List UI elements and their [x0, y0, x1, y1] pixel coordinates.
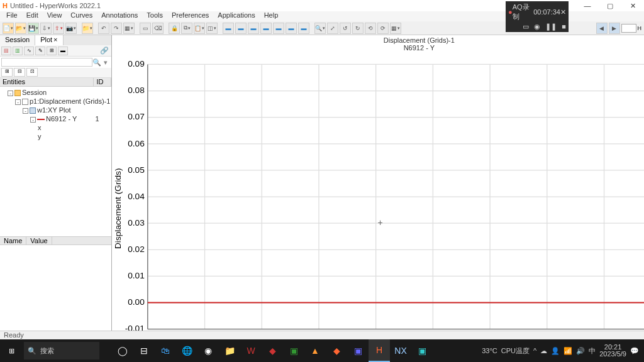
session-tree[interactable]: -Session -p1:Displacement (Grids)-1 -w1:… [0, 87, 111, 236]
prop-value[interactable]: Value [26, 237, 52, 244]
bt-add-plot-icon[interactable]: ▥ [13, 47, 23, 55]
menu-file[interactable]: File [3, 11, 21, 21]
plot-container[interactable]: Displacement (Grids)-1 N6912 - Y 0123456… [113, 36, 644, 343]
menu-help[interactable]: Help [260, 11, 282, 21]
start-button[interactable]: ⊞ [0, 339, 23, 362]
recorder-stop-icon[interactable]: ■ [562, 23, 566, 31]
tb-w6-icon[interactable]: ▬ [286, 23, 297, 34]
tb-w3-icon[interactable]: ▬ [248, 23, 259, 34]
menu-tools[interactable]: Tools [143, 11, 167, 21]
menu-applications[interactable]: Applications [214, 11, 258, 21]
screen-recorder-overlay[interactable]: ● AQ录制 00:07:34 ✕ ▭ ◉ ❚❚ ■ [506, 1, 569, 32]
tb-page-icon[interactable]: ▭ [140, 23, 151, 34]
search-input[interactable] [1, 58, 92, 67]
tb-r1-icon[interactable]: ↺ [340, 23, 351, 34]
tray-net-icon[interactable]: 👤 [551, 347, 560, 355]
tab-plot[interactable]: Plot× [35, 35, 63, 45]
tray-vol-icon[interactable]: 🔊 [576, 347, 585, 355]
tb-undo-icon[interactable]: ↶ [98, 23, 109, 34]
tb-folder-icon[interactable]: 📁 [82, 23, 93, 34]
tray-clock[interactable]: 20:212023/5/9 [599, 344, 626, 358]
tb-new-icon[interactable]: 📄 [3, 23, 14, 34]
task-edge-icon[interactable]: 🌐 [176, 339, 197, 362]
menu-view[interactable]: View [43, 11, 66, 21]
tb-right2-icon[interactable]: ▶ [609, 23, 620, 34]
task-app6-icon[interactable]: ▣ [347, 339, 369, 362]
tray-wifi-icon[interactable]: 📶 [564, 347, 572, 355]
tb-w5-icon[interactable]: ▬ [273, 23, 284, 34]
tb-r3-icon[interactable]: ⟲ [365, 23, 376, 34]
expand-icon[interactable]: - [8, 90, 13, 96]
tb-right1-icon[interactable]: ◀ [596, 23, 608, 34]
prop-name[interactable]: Name [0, 237, 26, 244]
tb-w1-icon[interactable]: ▬ [223, 23, 234, 34]
tb-switch[interactable] [621, 24, 636, 33]
tb-open-icon[interactable]: 📂 [15, 23, 26, 34]
recorder-record-icon[interactable]: ◉ [534, 23, 540, 31]
plot-svg[interactable]: 012345678910-0.010.000.010.020.030.040.0… [113, 52, 644, 358]
close-button[interactable]: ✕ [621, 0, 644, 11]
recorder-screen-icon[interactable]: ▭ [523, 23, 529, 31]
task-app4-icon[interactable]: ▲ [304, 339, 326, 362]
tb-save-icon[interactable]: 💾 [28, 23, 39, 34]
link-icon[interactable]: 🔗 [100, 47, 109, 55]
minimize-button[interactable]: — [576, 0, 599, 11]
task-cortana-icon[interactable]: ◯ [112, 339, 133, 362]
task-store-icon[interactable]: 🛍 [155, 339, 176, 362]
tb-w2-icon[interactable]: ▬ [235, 23, 247, 34]
task-app7-icon[interactable]: ▣ [411, 339, 433, 362]
tb-import-icon[interactable]: ⇩ [40, 23, 52, 34]
tb-layout-icon[interactable]: ▦ [123, 23, 135, 34]
search-icon[interactable]: 🔍 [92, 58, 101, 67]
tb-copy-icon[interactable]: ⧉ [181, 23, 192, 34]
taskbar-search[interactable]: 🔍搜索 [24, 342, 99, 359]
node-plot[interactable]: w1:XY Plot [37, 106, 71, 114]
tb-export-icon[interactable]: ⇧ [53, 23, 64, 34]
node-page[interactable]: p1:Displacement (Grids)-1 [30, 97, 110, 105]
tb-r4-icon[interactable]: ⟳ [377, 23, 389, 34]
tb-zoom-icon[interactable]: 🔍 [314, 23, 326, 34]
system-tray[interactable]: 33°C CPU温度 ^ ☁ 👤 📶 🔊 中 20:212023/5/9 💬 [482, 344, 644, 358]
tab-session[interactable]: Session [0, 35, 35, 45]
maximize-button[interactable]: ▢ [599, 0, 621, 11]
task-app2-icon[interactable]: ◆ [262, 339, 283, 362]
bt-datum-icon[interactable]: ⊞ [47, 47, 57, 55]
task-app1-icon[interactable]: W [240, 339, 262, 362]
bt-note-icon[interactable]: ✎ [35, 47, 45, 55]
menu-edit[interactable]: Edit [23, 11, 42, 21]
filter-3-icon[interactable]: ⊡ [26, 68, 38, 77]
tb-capture-icon[interactable]: 📷 [65, 23, 77, 34]
tb-pagex-icon[interactable]: ⌫ [152, 23, 164, 34]
tb-lock-icon[interactable]: 🔒 [169, 23, 180, 34]
tree-header-entities[interactable]: Entities [0, 78, 94, 86]
task-hyperworks-icon[interactable]: H [369, 339, 390, 362]
filter-2-icon[interactable]: ⊟ [14, 68, 25, 77]
node-curve[interactable]: N6912 - Y [46, 115, 77, 123]
expand-icon[interactable]: - [30, 117, 36, 123]
tb-redo-icon[interactable]: ↷ [111, 23, 122, 34]
tray-ime-icon[interactable]: 中 [589, 346, 596, 356]
tab-close-icon[interactable]: × [53, 36, 57, 43]
menu-curves[interactable]: Curves [67, 11, 96, 21]
recorder-close-icon[interactable]: ✕ [560, 8, 566, 16]
expand-icon[interactable]: - [23, 108, 28, 114]
task-app3-icon[interactable]: ▣ [283, 339, 304, 362]
tree-header-id[interactable]: ID [94, 78, 111, 86]
node-y[interactable]: y [38, 133, 42, 140]
tray-notif-icon[interactable]: 💬 [630, 347, 639, 355]
menu-preferences[interactable]: Preferences [168, 11, 213, 21]
tray-up-icon[interactable]: ^ [533, 347, 536, 354]
node-session[interactable]: Session [22, 89, 47, 96]
tb-fit-icon[interactable]: ⤢ [327, 23, 338, 34]
filter-1-icon[interactable]: ⊞ [1, 68, 13, 77]
menu-annotations[interactable]: Annotations [97, 11, 142, 21]
node-x[interactable]: x [38, 124, 42, 131]
tray-cloud-icon[interactable]: ☁ [540, 347, 547, 355]
expand-icon[interactable]: - [15, 99, 21, 105]
bt-add-page-icon[interactable]: ▤ [1, 47, 11, 55]
task-nx-icon[interactable]: NX [390, 339, 411, 362]
task-explorer-icon[interactable]: 📁 [219, 339, 240, 362]
tb-w4-icon[interactable]: ▬ [260, 23, 272, 34]
bt-curve-icon[interactable]: ∿ [24, 47, 34, 55]
tb-paste-icon[interactable]: 📋 [194, 23, 205, 34]
